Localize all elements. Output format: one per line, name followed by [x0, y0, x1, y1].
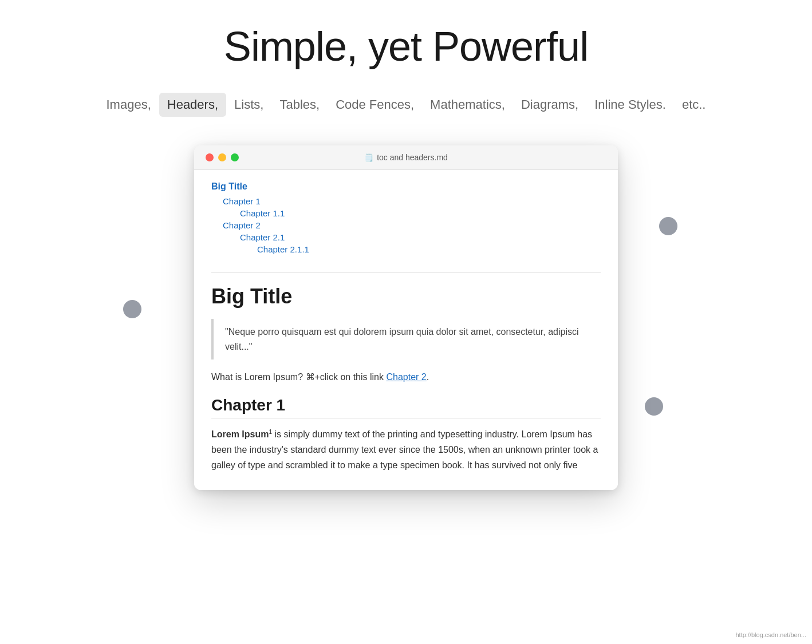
- inline-text-prefix: What is Lorem Ipsum? ⌘+click on this lin…: [211, 372, 386, 382]
- window-content: Big Title Chapter 1 Chapter 1.1 Chapter …: [194, 170, 618, 490]
- feature-tag-lists[interactable]: Lists,: [226, 93, 271, 117]
- toc-big-title[interactable]: Big Title: [211, 181, 601, 192]
- feature-tag-code-fences[interactable]: Code Fences,: [328, 93, 422, 117]
- blockquote-text: "Neque porro quisquam est qui dolorem ip…: [225, 327, 579, 351]
- section-divider: [211, 272, 601, 273]
- lorem-ipsum-label: Lorem Ipsum: [211, 429, 269, 439]
- close-button[interactable]: [206, 153, 214, 161]
- maximize-button[interactable]: [231, 153, 239, 161]
- title-bar: 🗒️ toc and headers.md: [194, 145, 618, 170]
- feature-tag-diagrams[interactable]: Diagrams,: [513, 93, 586, 117]
- table-of-contents: Big Title Chapter 1 Chapter 1.1 Chapter …: [211, 181, 601, 255]
- toc-chapter-2[interactable]: Chapter 2: [211, 219, 601, 231]
- file-icon: 🗒️: [364, 153, 373, 162]
- chapter-2-link[interactable]: Chapter 2: [386, 372, 426, 382]
- body-text: is simply dummy text of the printing and…: [211, 429, 598, 470]
- feature-tag-inline-styles[interactable]: Inline Styles.: [586, 93, 674, 117]
- app-window: 🗒️ toc and headers.md Big Title Chapter …: [194, 145, 618, 490]
- body-paragraph: Lorem Ipsum1 is simply dummy text of the…: [211, 426, 601, 473]
- inline-paragraph: What is Lorem Ipsum? ⌘+click on this lin…: [211, 370, 601, 385]
- toc-chapter-2-1[interactable]: Chapter 2.1: [211, 231, 601, 243]
- window-wrapper: 🗒️ toc and headers.md Big Title Chapter …: [0, 134, 812, 490]
- window-title: 🗒️ toc and headers.md: [364, 153, 448, 162]
- chapter-1-heading: Chapter 1: [211, 396, 601, 418]
- inline-text-suffix: .: [427, 372, 429, 382]
- content-big-title: Big Title: [211, 285, 601, 309]
- window-title-text: toc and headers.md: [377, 153, 448, 162]
- minimize-button[interactable]: [218, 153, 226, 161]
- feature-tag-tables[interactable]: Tables,: [271, 93, 328, 117]
- feature-tag-etc[interactable]: etc..: [674, 93, 714, 117]
- blockquote: "Neque porro quisquam est qui dolorem ip…: [211, 319, 601, 359]
- feature-tag-mathematics[interactable]: Mathematics,: [422, 93, 513, 117]
- watermark: http://blog.csdn.net/ben...: [735, 631, 806, 638]
- traffic-lights: [206, 153, 239, 161]
- toc-chapter-1-1[interactable]: Chapter 1.1: [211, 207, 601, 219]
- toc-chapter-1[interactable]: Chapter 1: [211, 195, 601, 207]
- feature-tags-row: Images, Headers, Lists, Tables, Code Fen…: [0, 87, 812, 134]
- feature-tag-images[interactable]: Images,: [98, 93, 159, 117]
- feature-tag-headers[interactable]: Headers,: [159, 93, 226, 117]
- hero-title: Simple, yet Powerful: [0, 0, 812, 87]
- toc-chapter-2-1-1[interactable]: Chapter 2.1.1: [211, 243, 601, 255]
